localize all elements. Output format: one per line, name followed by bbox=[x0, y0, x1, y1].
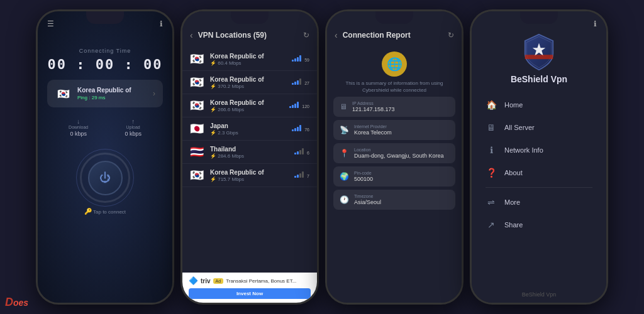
location-item[interactable]: 🇰🇷 Korea Republic of ⚡ 60.4 Mbps 59 bbox=[182, 48, 317, 71]
ip-value: 121.147.158.173 bbox=[352, 106, 395, 112]
download-icon: ↓ bbox=[69, 118, 88, 125]
timer-display: 00 : 00 : 00 bbox=[48, 57, 163, 72]
globe-icon-wrap: 🌐 bbox=[333, 51, 455, 77]
location-label: Location bbox=[354, 148, 444, 152]
clock-icon: 🕐 bbox=[340, 195, 349, 204]
bottom-brand: BeShield Vpn bbox=[517, 286, 562, 303]
location-item[interactable]: 🇰🇷 Korea Republic of ⚡ 266.6 Mbps 120 bbox=[182, 94, 317, 117]
svg-rect-1 bbox=[525, 55, 553, 59]
location-card: 📍 Location Duam-dong, Gwangju, South Kor… bbox=[333, 143, 455, 163]
location-speed: ⚡ 60.4 Mbps bbox=[210, 60, 292, 66]
upload-value: 0 kbps bbox=[125, 131, 142, 137]
location-speed: ⚡ 266.6 Mbps bbox=[210, 107, 289, 112]
signal-bars: 76 bbox=[292, 125, 309, 133]
location-flag: 🇰🇷 bbox=[190, 75, 204, 89]
location-item[interactable]: 🇰🇷 Korea Republic of ⚡ 370.2 Mbps 27 bbox=[182, 71, 317, 94]
server-ping: Ping : 29 ms bbox=[77, 95, 153, 100]
menu-item-all-server[interactable]: 🖥 All Server bbox=[478, 116, 600, 139]
watermark: Does bbox=[5, 296, 28, 309]
location-name: Korea Republic of bbox=[210, 76, 292, 83]
refresh-icon-3[interactable]: ↻ bbox=[448, 31, 454, 40]
report-body: 🌐 This is a summary of information from … bbox=[327, 45, 462, 303]
menu-label: Home bbox=[504, 101, 523, 109]
refresh-icon[interactable]: ↻ bbox=[303, 31, 309, 40]
ip-address-card: 🖥 IP Address 121.147.158.173 bbox=[333, 97, 455, 117]
power-ring: ⏻ bbox=[80, 153, 130, 203]
server-card[interactable]: 🇰🇷 Korea Republic of Ping : 29 ms › bbox=[47, 80, 163, 107]
menu-label: More bbox=[504, 198, 520, 206]
isp-card: 📡 Internet Provider Korea Telecom bbox=[333, 120, 455, 140]
back-button-3[interactable]: ‹ bbox=[335, 30, 338, 40]
upload-label: Upload bbox=[125, 125, 142, 129]
menu-divider bbox=[486, 187, 592, 188]
location-name: Korea Republic of bbox=[210, 169, 294, 176]
location-info: Korea Republic of ⚡ 60.4 Mbps bbox=[210, 53, 292, 66]
location-name: Japan bbox=[210, 122, 292, 129]
menu-label: All Server bbox=[504, 124, 535, 131]
download-item: ↓ Download 0 kbps bbox=[69, 118, 88, 137]
speed-row: ↓ Download 0 kbps ↑ Upload 0 kbps bbox=[38, 115, 172, 140]
menu-item-more[interactable]: ⇌ More bbox=[478, 191, 600, 214]
info-icon-4[interactable]: ℹ bbox=[594, 19, 597, 28]
isp-value: Korea Telecom bbox=[354, 129, 392, 136]
location-flag: 🇰🇷 bbox=[190, 168, 204, 182]
menu-icon-more: ⇌ bbox=[486, 197, 497, 207]
menu-label: Network Info bbox=[504, 146, 543, 154]
pincode-card: 🌍 Pin-code 500100 bbox=[333, 166, 455, 187]
location-speed: ⚡ 370.2 Mbps bbox=[210, 84, 292, 89]
phone4-header: ℹ bbox=[472, 16, 606, 31]
location-speed: ⚡ 715.7 Mbps bbox=[210, 176, 294, 182]
globe-icon: 🌐 bbox=[382, 51, 407, 77]
menu-icon-network info: ℹ bbox=[486, 145, 497, 155]
location-flag: 🇹🇭 bbox=[190, 145, 204, 159]
timezone-value: Asia/Seoul bbox=[354, 199, 381, 205]
location-info: Korea Republic of ⚡ 266.6 Mbps bbox=[210, 99, 289, 112]
menu-item-home[interactable]: 🏠 Home bbox=[478, 94, 600, 116]
phone-1: ☰ ℹ Connecting Time 00 : 00 : 00 🇰🇷 Kore… bbox=[36, 9, 174, 305]
location-info: Korea Republic of ⚡ 715.7 Mbps bbox=[210, 169, 294, 182]
menu-item-about[interactable]: ❓ About bbox=[478, 161, 600, 184]
screen-header-3: ‹ Connection Report ↻ bbox=[327, 11, 462, 45]
upload-icon: ↑ bbox=[125, 118, 142, 125]
location-item[interactable]: 🇹🇭 Thailand ⚡ 284.6 Mbps 6 bbox=[182, 141, 317, 164]
menu-icon-all server: 🖥 bbox=[486, 122, 497, 133]
signal-bars: 7 bbox=[294, 171, 309, 179]
location-list: 🇰🇷 Korea Republic of ⚡ 60.4 Mbps 59 🇰🇷 K… bbox=[182, 45, 317, 273]
shield-logo bbox=[520, 33, 558, 71]
menu-icon-home: 🏠 bbox=[486, 100, 497, 110]
screen-header-2: ‹ VPN Locations (59) ↻ bbox=[182, 11, 317, 45]
korea-flag: 🇰🇷 bbox=[55, 85, 72, 102]
phone-3: ‹ Connection Report ↻ 🌐 This is a summar… bbox=[325, 9, 464, 305]
menu-label: Share bbox=[504, 221, 523, 229]
location-flag: 🇯🇵 bbox=[190, 122, 204, 136]
signal-bars: 59 bbox=[292, 55, 309, 63]
back-button-2[interactable]: ‹ bbox=[190, 30, 193, 40]
menu-item-network-info[interactable]: ℹ Network Info bbox=[478, 139, 600, 161]
invest-button[interactable]: Invest Now bbox=[189, 288, 311, 299]
server-name: Korea Republic of bbox=[77, 87, 153, 94]
menu-list: 🏠 Home 🖥 All Server ℹ Network Info ❓ Abo… bbox=[472, 94, 606, 286]
info-icon[interactable]: ℹ bbox=[160, 19, 163, 28]
menu-icon-about: ❓ bbox=[486, 168, 497, 178]
power-button[interactable]: ⏻ bbox=[88, 161, 123, 195]
location-name: Thailand bbox=[210, 146, 294, 153]
location-icon: 📍 bbox=[340, 149, 349, 158]
pincode-value: 500100 bbox=[354, 176, 373, 182]
connection-report-title: Connection Report bbox=[343, 31, 448, 40]
phone-2: ‹ VPN Locations (59) ↻ 🇰🇷 Korea Republic… bbox=[180, 9, 319, 305]
server-info: Korea Republic of Ping : 29 ms bbox=[77, 87, 153, 100]
timezone-card: 🕐 Timezone Asia/Seoul bbox=[333, 190, 455, 210]
download-label: Download bbox=[69, 125, 88, 129]
connecting-label: Connecting Time bbox=[79, 48, 131, 54]
ip-label: IP Address bbox=[352, 101, 395, 106]
location-name: Korea Republic of bbox=[210, 53, 292, 60]
signal-icon: 📡 bbox=[340, 126, 349, 134]
hamburger-icon[interactable]: ☰ bbox=[47, 19, 54, 28]
chevron-right-icon: › bbox=[153, 89, 155, 98]
menu-item-share[interactable]: ↗ Share bbox=[478, 214, 600, 236]
location-item[interactable]: 🇯🇵 Japan ⚡ 2.3 Gbps 76 bbox=[182, 117, 317, 141]
location-item[interactable]: 🇰🇷 Korea Republic of ⚡ 715.7 Mbps 7 bbox=[182, 164, 317, 187]
location-name: Korea Republic of bbox=[210, 99, 289, 106]
vpn-locations-title: VPN Locations (59) bbox=[198, 31, 303, 40]
timezone-label: Timezone bbox=[354, 194, 381, 198]
